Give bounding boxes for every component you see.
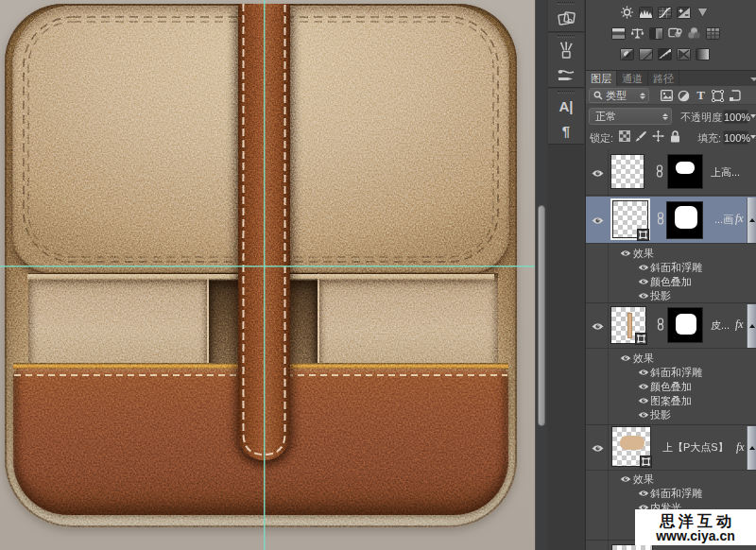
effects-header[interactable]: 效果 bbox=[633, 473, 654, 487]
layer-3-fx-badge[interactable]: fx bbox=[735, 318, 744, 332]
threshold-icon[interactable] bbox=[658, 48, 672, 60]
vibrance-icon[interactable] bbox=[696, 6, 710, 19]
effects-eye-icon[interactable] bbox=[620, 354, 631, 362]
effect-item[interactable]: 斜面和浮雕 bbox=[650, 261, 702, 275]
brush-presets-panel-icon[interactable] bbox=[548, 62, 584, 87]
gradient-map-icon[interactable] bbox=[696, 48, 710, 60]
filter-kind-dropdown[interactable]: 类型 bbox=[589, 88, 649, 103]
effect-eye-icon[interactable] bbox=[638, 411, 649, 419]
invert-icon[interactable] bbox=[620, 48, 634, 60]
photo-filter-icon[interactable] bbox=[668, 26, 682, 40]
document-scrollbar[interactable] bbox=[535, 0, 547, 550]
character-panel-icon[interactable]: A| bbox=[548, 94, 584, 118]
effect-eye-icon[interactable] bbox=[638, 292, 649, 300]
tab-channels[interactable]: 通道 bbox=[617, 71, 648, 87]
exposure-icon[interactable] bbox=[677, 7, 691, 19]
document-scrollbar-thumb[interactable] bbox=[538, 205, 545, 426]
paragraph-panel-icon[interactable]: ¶ bbox=[548, 118, 584, 143]
tab-layers[interactable]: 图层 bbox=[586, 71, 617, 87]
lock-transparency-icon[interactable] bbox=[618, 129, 630, 143]
artwork-body-panel-right bbox=[318, 273, 498, 370]
black-white-icon[interactable] bbox=[649, 27, 663, 40]
effect-item[interactable]: 图案叠加 bbox=[650, 394, 692, 408]
visibility-eye-icon[interactable] bbox=[592, 322, 604, 331]
watermark: 思洋互动 www.ciya.cn bbox=[635, 509, 756, 545]
color-balance-icon[interactable] bbox=[630, 26, 644, 40]
collapse-effects-button[interactable] bbox=[747, 304, 756, 348]
layer-2-mask-thumbnail[interactable] bbox=[666, 201, 703, 239]
effects-eye-icon[interactable] bbox=[620, 475, 631, 483]
guide-vertical[interactable] bbox=[264, 0, 265, 550]
effect-eye-icon[interactable] bbox=[638, 264, 649, 271]
posterize-icon[interactable] bbox=[639, 48, 653, 60]
visibility-eye-icon[interactable] bbox=[592, 216, 604, 225]
dock-group-1 bbox=[548, 0, 584, 32]
curves-icon[interactable] bbox=[658, 7, 672, 19]
layer-3-mask-thumbnail[interactable] bbox=[667, 307, 703, 343]
search-icon bbox=[593, 91, 603, 100]
visibility-eye-icon[interactable] bbox=[592, 444, 604, 453]
opacity-dropdown-arrow[interactable] bbox=[750, 114, 756, 118]
effects-header[interactable]: 效果 bbox=[633, 352, 654, 366]
shape-layer-filter-icon[interactable] bbox=[712, 90, 724, 102]
collapse-effects-button[interactable] bbox=[747, 426, 756, 470]
effect-eye-icon[interactable] bbox=[638, 490, 649, 497]
effects-header[interactable]: 效果 bbox=[633, 247, 654, 261]
layer-filter-row: 类型 T bbox=[586, 86, 756, 105]
opacity-value[interactable]: 100% bbox=[723, 110, 748, 124]
layer-3-name[interactable]: 皮... bbox=[711, 318, 730, 333]
fill-dropdown-arrow[interactable] bbox=[750, 135, 756, 139]
brush-panel-icon[interactable] bbox=[548, 38, 584, 62]
channel-mixer-icon[interactable] bbox=[687, 26, 701, 40]
collapse-effects-button[interactable] bbox=[747, 198, 756, 243]
layer-4-fx-badge[interactable]: fx bbox=[736, 440, 745, 455]
layer-1-mask-thumbnail[interactable] bbox=[667, 154, 703, 189]
layer-2-vector-mask-badge bbox=[637, 229, 649, 241]
layer-mask-link-icon bbox=[656, 164, 663, 178]
layer-1-name[interactable]: 上高... bbox=[711, 165, 740, 180]
visibility-eye-icon[interactable] bbox=[592, 169, 604, 178]
filter-kind-label: 类型 bbox=[606, 89, 627, 103]
lock-position-icon[interactable] bbox=[652, 129, 664, 143]
layer-filter-icons: T bbox=[661, 88, 741, 103]
color-lookup-icon[interactable] bbox=[706, 27, 720, 40]
effect-item[interactable]: 颜色叠加 bbox=[650, 275, 692, 289]
effect-eye-icon[interactable] bbox=[638, 383, 649, 390]
lock-all-icon[interactable] bbox=[669, 129, 681, 143]
adjustments-row-3 bbox=[620, 47, 710, 60]
hue-saturation-icon[interactable] bbox=[611, 27, 626, 40]
document-canvas[interactable] bbox=[0, 0, 535, 550]
clone-source-panel-icon[interactable] bbox=[548, 5, 584, 31]
pixel-layer-filter-icon[interactable] bbox=[661, 90, 673, 102]
type-layer-filter-icon[interactable]: T bbox=[695, 90, 707, 102]
blend-mode-dropdown[interactable]: 正常 bbox=[589, 108, 672, 125]
layer-2-name[interactable]: ...画 bbox=[714, 213, 733, 227]
lock-paint-icon[interactable] bbox=[635, 129, 647, 143]
effect-eye-icon[interactable] bbox=[638, 278, 649, 285]
effect-eye-icon[interactable] bbox=[638, 369, 649, 376]
selective-color-icon[interactable] bbox=[677, 48, 691, 60]
panel-menu-arrow-icon[interactable] bbox=[750, 77, 756, 81]
watermark-url: www.ciya.cn bbox=[656, 529, 735, 542]
levels-icon[interactable] bbox=[639, 7, 653, 19]
fill-value[interactable]: 100% bbox=[723, 130, 748, 145]
tab-paths[interactable]: 路径 bbox=[648, 71, 679, 87]
brightness-contrast-icon[interactable] bbox=[620, 6, 634, 19]
effect-item[interactable]: 斜面和浮雕 bbox=[650, 487, 702, 501]
guide-horizontal[interactable] bbox=[0, 266, 535, 266]
effect-item[interactable]: 投影 bbox=[650, 289, 671, 303]
effect-item[interactable]: 斜面和浮雕 bbox=[650, 366, 702, 380]
effect-eye-icon[interactable] bbox=[638, 397, 649, 404]
artwork-body-panel-left bbox=[28, 273, 209, 370]
layer-2-fx-badge[interactable]: fx bbox=[735, 212, 744, 226]
smart-object-filter-icon[interactable] bbox=[729, 90, 741, 102]
layer-4-name[interactable]: 上【P大点S】 bbox=[662, 440, 729, 455]
effects-eye-icon[interactable] bbox=[620, 249, 631, 257]
adjustment-layer-filter-icon[interactable] bbox=[678, 90, 690, 102]
layer-3-thumbnail-art bbox=[627, 313, 632, 338]
photoshop-window: A| ¶ bbox=[0, 0, 756, 550]
blend-mode-row: 正常 不透明度: 100% bbox=[586, 106, 756, 127]
layer-1-thumbnail[interactable] bbox=[610, 154, 644, 189]
effect-item[interactable]: 颜色叠加 bbox=[650, 380, 692, 394]
effect-item[interactable]: 投影 bbox=[650, 408, 671, 422]
